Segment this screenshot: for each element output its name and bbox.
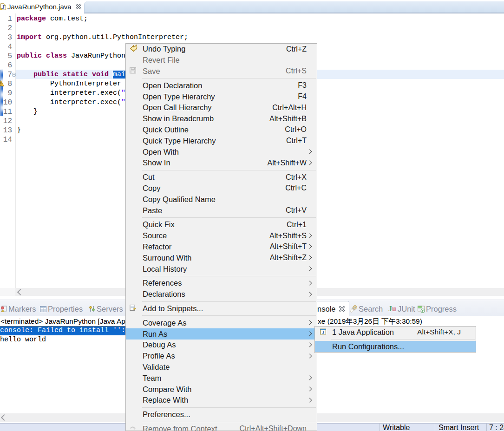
svg-text:J: J [2,4,5,10]
svg-text:J: J [322,330,324,335]
